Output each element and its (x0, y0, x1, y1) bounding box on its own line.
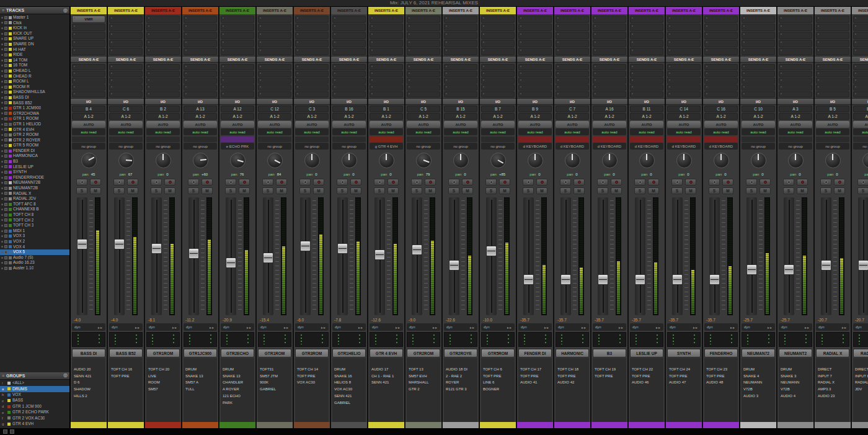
pan-knob[interactable] (639, 153, 655, 168)
track-show-icon[interactable] (1, 86, 3, 88)
track-comments[interactable]: TOFT CH 18 TOFT PRE AUDIO 42 (556, 358, 589, 422)
output-path-button[interactable]: A 1-2 (407, 113, 440, 120)
volume-fader[interactable] (672, 197, 683, 315)
track-list-item[interactable]: NEUMANT2B (0, 186, 69, 191)
dyn-row[interactable]: dyn ▸▸ (481, 323, 515, 331)
pan-knob[interactable] (751, 153, 766, 168)
send-slot-a[interactable] (109, 64, 143, 70)
track-list-item[interactable]: GTR 1 HELIOD (0, 122, 69, 127)
solo-button[interactable]: S (448, 187, 459, 194)
input-monitor-button[interactable] (746, 179, 757, 186)
send-slot-a[interactable] (370, 64, 403, 70)
track-list-item[interactable]: SNARE UP (0, 36, 69, 42)
dyn-row[interactable]: dyn ▸▸ (258, 323, 291, 331)
fader-cap[interactable] (151, 243, 162, 254)
track-list-item[interactable]: Auster 1.10 (0, 266, 69, 271)
insert-slot-b[interactable] (407, 24, 440, 31)
fader-cap[interactable] (114, 239, 125, 249)
send-slot-a[interactable] (816, 64, 849, 70)
pan-knob[interactable] (602, 153, 618, 168)
insert-slot-b[interactable] (332, 24, 366, 31)
track-show-icon[interactable] (1, 70, 3, 72)
record-enable-button[interactable] (90, 179, 101, 186)
track-comments[interactable]: TOFT CH 24 TOFT PRE AUDIO 47 (667, 358, 701, 422)
insert-slot-a[interactable] (667, 16, 701, 23)
insert-slot-c[interactable] (816, 32, 849, 39)
track-list-item[interactable]: GTR 4 EVH (0, 127, 69, 132)
insert-slot-c[interactable] (72, 32, 105, 39)
solo-button[interactable]: S (523, 187, 534, 194)
automation-mode-button[interactable]: auto read (109, 128, 143, 135)
output-path-button[interactable]: A 1-2 (72, 113, 105, 120)
track-show-icon[interactable] (1, 33, 3, 35)
track-name-button[interactable]: FENDER DI (518, 349, 552, 357)
volume-fader[interactable] (226, 197, 236, 315)
insert-slot-d[interactable] (444, 40, 477, 47)
send-slot-a[interactable] (295, 64, 329, 70)
send-slot-e[interactable] (742, 91, 775, 97)
track-name-button[interactable]: HARMONIC (556, 349, 589, 357)
track-comments[interactable]: TOFT CH 17 TOFT PRE AUDIO 41 (518, 358, 552, 422)
dyn-expand-icon[interactable]: ▸▸ (507, 325, 512, 330)
insert-slot-b[interactable] (518, 24, 552, 31)
solo-button[interactable]: S (783, 187, 794, 194)
insert-slot-a[interactable] (853, 16, 868, 23)
volume-fader[interactable] (821, 197, 831, 315)
track-list-item[interactable]: VOX 3 (0, 233, 69, 239)
dyn-row[interactable]: dyn ▸▸ (407, 323, 440, 331)
track-show-icon[interactable] (1, 225, 3, 226)
track-list-item[interactable]: TOFT CH 8 (0, 212, 69, 218)
insert-slot-a[interactable] (221, 16, 254, 23)
pan-knob[interactable] (862, 153, 868, 168)
input-path-button[interactable]: B 11 (630, 105, 663, 112)
track-show-icon[interactable] (1, 214, 3, 216)
insert-slot-e[interactable] (184, 48, 217, 55)
output-path-button[interactable]: A 1-2 (295, 113, 329, 120)
record-enable-button[interactable] (164, 179, 175, 186)
insert-slot-a[interactable] (481, 16, 515, 23)
automation-mode-button[interactable]: auto read (146, 128, 180, 135)
automation-mode-button[interactable]: auto read (370, 128, 403, 135)
track-name-button[interactable]: GTR 4 EVH (370, 349, 403, 357)
track-list-item[interactable]: SHADOWHILLSA (0, 89, 69, 95)
send-slot-c[interactable] (72, 78, 105, 84)
fader-cap[interactable] (523, 274, 534, 285)
record-enable-button[interactable] (425, 179, 436, 186)
track-comments[interactable]: DRUM SNAKE 4 NEUMANN V72B AUDIO 3 (742, 358, 775, 422)
pan-knob[interactable] (788, 153, 804, 168)
dyn-expand-icon[interactable]: ▸▸ (619, 325, 624, 330)
input-path-button[interactable]: A 3 (779, 105, 812, 112)
fader-cap[interactable] (858, 260, 868, 271)
track-comments[interactable]: DRUM SNAKE 13 CHANDLER A ROYER 121 ECHO … (221, 358, 254, 422)
track-show-icon[interactable] (1, 43, 3, 45)
track-show-icon[interactable] (1, 219, 3, 221)
group-assign-button[interactable]: no group (853, 143, 868, 150)
insert-slot-e[interactable] (146, 48, 180, 55)
solo-button[interactable]: S (560, 187, 571, 194)
insert-slot-b[interactable] (742, 24, 775, 31)
output-path-button[interactable]: A 1-2 (779, 113, 812, 120)
input-monitor-button[interactable] (262, 179, 273, 186)
automation-mode-button[interactable]: auto read (332, 128, 366, 135)
send-slot-e[interactable] (444, 91, 477, 97)
send-slot-a[interactable] (407, 64, 440, 70)
input-path-button[interactable]: C 3 (295, 105, 329, 112)
groups-panel-gear-icon[interactable]: ◎ (63, 373, 68, 378)
output-path-button[interactable]: A 1-2 (742, 113, 775, 120)
output-path-button[interactable]: A 1-2 (853, 113, 868, 120)
solo-button[interactable]: S (299, 187, 311, 194)
insert-slot-b[interactable] (295, 24, 329, 31)
record-enable-button[interactable] (127, 179, 138, 186)
track-list-item[interactable]: RIDE (0, 52, 69, 58)
pan-knob[interactable] (565, 153, 580, 168)
send-slot-c[interactable] (109, 78, 143, 84)
track-list-item[interactable]: LESLIE UP (0, 164, 69, 170)
send-slot-b[interactable] (630, 71, 663, 77)
track-comments[interactable]: AUDIO 18 DI 2 - RAE 2 ROYER R121 GTR 3 (444, 358, 477, 422)
track-comments[interactable]: TOFT CH 14 TOFT PRE VOX AC30 (295, 358, 329, 422)
send-slot-c[interactable] (630, 78, 663, 84)
track-show-icon[interactable] (1, 54, 3, 56)
track-show-icon[interactable] (1, 139, 3, 141)
send-slot-a[interactable] (556, 64, 589, 70)
track-show-icon[interactable] (1, 204, 3, 205)
